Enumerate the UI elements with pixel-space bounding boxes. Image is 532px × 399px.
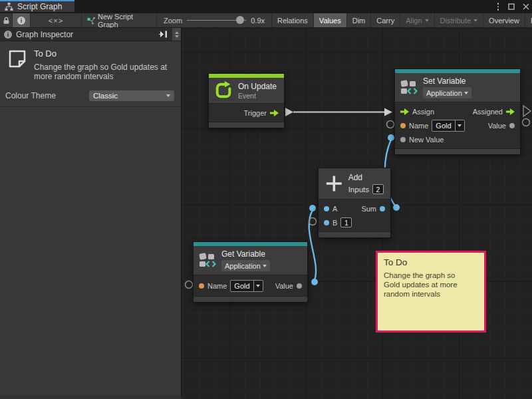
name-input-port[interactable] — [199, 283, 204, 289]
distribute-dropdown[interactable]: Distribute — [435, 13, 483, 27]
port-assign-label: Assign — [412, 108, 434, 116]
port-assigned-label: Assigned — [473, 108, 503, 116]
variable-kind-dropdown[interactable]: Application — [221, 260, 270, 271]
inputs-count-field[interactable]: 2 — [372, 184, 384, 194]
node-title: Add — [348, 173, 384, 182]
node-title: On Update — [238, 82, 277, 91]
wire-endpoint — [311, 279, 318, 285]
b-input-port[interactable] — [324, 220, 329, 225]
graph-inspector-panel: i Graph Inspector To Do Change the graph… — [0, 28, 182, 399]
node-footer — [194, 296, 307, 302]
external-exec-port[interactable] — [523, 106, 531, 116]
zoom-control: Zoom 0.9x — [157, 13, 272, 27]
panel-scroll-arrows[interactable] — [172, 28, 181, 41]
variables-icon — [400, 80, 418, 95]
port-a-label: A — [332, 205, 337, 213]
on-update-icon — [214, 81, 233, 100]
tab-script-graph[interactable]: Script Graph — [0, 0, 74, 12]
node-footer — [319, 231, 390, 237]
variable-name-dropdown[interactable]: Gold — [230, 280, 263, 292]
node-set-variable[interactable]: Set Variable Application Assign Assigned — [394, 68, 521, 155]
zoom-slider-knob[interactable] — [236, 16, 244, 24]
window-titlebar: Script Graph — [0, 0, 532, 13]
node-add[interactable]: Add Inputs 2 A Sum B 1 — [318, 168, 391, 238]
lock-icon — [3, 17, 10, 25]
sticky-note-icon — [7, 49, 28, 70]
info-icon: i — [17, 17, 25, 25]
exec-output-port[interactable] — [506, 108, 515, 115]
overview-button[interactable]: Overview — [483, 13, 525, 27]
sum-output-port[interactable] — [380, 206, 385, 211]
script-graph-icon — [5, 3, 13, 11]
node-title: Set Variable — [423, 76, 471, 86]
full-screen-button[interactable]: Full Screen — [525, 13, 532, 27]
arrow-down-icon — [175, 35, 179, 38]
inspector-note-body: Change the graph so Gold updates at more… — [34, 63, 179, 81]
inspector-header: i Graph Inspector — [0, 28, 181, 41]
graph-asset-icon — [87, 17, 95, 25]
new-script-graph-label: New Script Graph — [98, 13, 151, 29]
code-icon: <×> — [49, 17, 63, 25]
value-output-port[interactable] — [297, 283, 302, 289]
b-value-field[interactable]: 1 — [340, 217, 352, 227]
value-output-port[interactable] — [509, 123, 515, 128]
chevron-down-icon — [256, 285, 260, 287]
exec-input-port[interactable] — [400, 108, 409, 115]
exec-wire-start-arrow — [285, 108, 293, 116]
variables-icon — [199, 253, 216, 268]
port-name-label: Name — [207, 282, 227, 290]
a-input-port[interactable] — [324, 206, 329, 211]
inspector-note-summary: To Do Change the graph so Gold updates a… — [0, 41, 181, 88]
wire-endpoint — [388, 134, 394, 141]
external-value-port[interactable] — [387, 121, 394, 128]
graph-toolbar: i <×> New Script Graph Zoom 0.9x Relatio… — [0, 13, 532, 28]
variable-kind-dropdown[interactable]: Application — [423, 87, 471, 98]
colour-theme-dropdown[interactable]: Classic — [89, 90, 174, 101]
colour-theme-label: Colour Theme — [5, 91, 89, 100]
zoom-label: Zoom — [164, 17, 182, 25]
arrow-up-icon — [175, 31, 179, 34]
window-menu-icon[interactable] — [496, 1, 501, 12]
graph-canvas[interactable]: On Update Event Trigger Set V — [182, 28, 532, 399]
values-button[interactable]: Values — [314, 13, 347, 27]
sticky-note[interactable]: To Do Change the graph so Gold updates a… — [376, 251, 486, 332]
port-b-label: B — [332, 219, 337, 227]
maximize-icon[interactable] — [508, 3, 515, 10]
lock-button[interactable] — [0, 13, 13, 27]
external-value-port[interactable] — [523, 119, 530, 126]
port-value-label: Value — [488, 122, 506, 130]
node-title: Get Variable — [221, 249, 270, 259]
external-value-port[interactable] — [186, 281, 193, 289]
wire-endpoint — [309, 205, 316, 211]
node-subtitle: Event — [238, 92, 277, 100]
chevron-down-icon — [425, 19, 429, 22]
chevron-down-icon — [166, 94, 170, 97]
dim-button[interactable]: Dim — [347, 13, 372, 27]
close-icon[interactable] — [523, 3, 529, 10]
sticky-note-body: Change the graph so Gold updates at more… — [384, 271, 465, 299]
external-value-port[interactable] — [309, 218, 317, 225]
name-input-port[interactable] — [400, 123, 406, 128]
port-sum-label: Sum — [361, 205, 376, 213]
tab-label: Script Graph — [17, 2, 62, 11]
inspector-toggle-button[interactable]: i — [13, 13, 31, 27]
relations-button[interactable]: Relations — [272, 13, 314, 27]
carry-button[interactable]: Carry — [371, 13, 400, 27]
port-value-label: Value — [275, 282, 293, 290]
new-script-graph-button[interactable]: New Script Graph — [82, 13, 157, 27]
zoom-slider[interactable] — [187, 20, 246, 21]
colour-theme-row: Colour Theme Classic — [0, 88, 181, 107]
new-value-input-port[interactable] — [400, 137, 406, 142]
port-new-value-label: New Value — [409, 136, 444, 144]
variable-name-dropdown[interactable]: Gold — [432, 120, 464, 132]
exec-wire-end-arrow — [384, 108, 392, 116]
value-wire-value-to-a[interactable] — [309, 210, 316, 280]
inspector-note-title: To Do — [34, 49, 179, 59]
align-dropdown[interactable]: Align — [400, 13, 434, 27]
node-on-update[interactable]: On Update Event Trigger — [208, 73, 285, 128]
panel-dock-icon[interactable] — [158, 31, 168, 38]
exec-output-port[interactable] — [270, 110, 279, 116]
node-get-variable[interactable]: Get Variable Application Name Gold Value — [193, 241, 308, 303]
code-preview-button[interactable]: <×> — [31, 13, 82, 27]
chevron-down-icon — [458, 124, 462, 127]
